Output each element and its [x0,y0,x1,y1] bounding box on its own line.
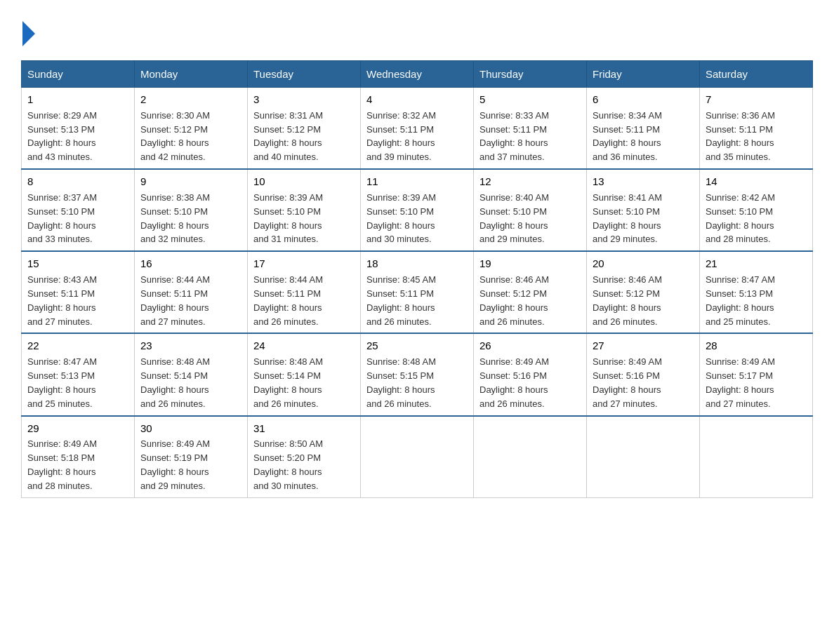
calendar-cell: 15Sunrise: 8:43 AMSunset: 5:11 PMDayligh… [22,251,135,333]
daylight-info-cont: and 26 minutes. [140,398,206,409]
sunrise-info: Sunrise: 8:47 AM [706,274,775,285]
sunrise-info: Sunrise: 8:48 AM [366,356,436,367]
calendar-cell: 11Sunrise: 8:39 AMSunset: 5:10 PMDayligh… [361,169,474,251]
sunset-info: Sunset: 5:14 PM [253,370,321,381]
logo-arrow-icon [22,21,35,46]
daylight-info: Daylight: 8 hours [593,302,661,313]
sunrise-info: Sunrise: 8:48 AM [253,356,323,367]
calendar-cell: 9Sunrise: 8:38 AMSunset: 5:10 PMDaylight… [135,169,248,251]
calendar-cell: 20Sunrise: 8:46 AMSunset: 5:12 PMDayligh… [587,251,700,333]
sunset-info: Sunset: 5:10 PM [479,206,547,217]
sunrise-info: Sunrise: 8:49 AM [140,438,210,449]
column-header-thursday: Thursday [474,61,587,88]
column-header-wednesday: Wednesday [361,61,474,88]
day-number: 17 [253,256,355,271]
sunrise-info: Sunrise: 8:39 AM [366,192,436,203]
day-number: 18 [366,256,468,271]
calendar-header-row: SundayMondayTuesdayWednesdayThursdayFrid… [22,61,813,88]
sunset-info: Sunset: 5:10 PM [253,206,321,217]
day-number: 24 [253,338,355,354]
daylight-info: Daylight: 8 hours [140,137,209,148]
calendar-cell: 2Sunrise: 8:30 AMSunset: 5:12 PMDaylight… [135,88,248,170]
daylight-info: Daylight: 8 hours [366,384,435,395]
calendar-cell: 1Sunrise: 8:29 AMSunset: 5:13 PMDaylight… [22,88,135,170]
day-number: 30 [140,421,241,436]
sunset-info: Sunset: 5:11 PM [366,288,434,299]
day-number: 11 [366,174,468,189]
column-header-tuesday: Tuesday [248,61,361,88]
calendar-cell: 6Sunrise: 8:34 AMSunset: 5:11 PMDaylight… [587,88,700,170]
sunrise-info: Sunrise: 8:44 AM [140,274,210,285]
day-number: 26 [479,338,581,354]
day-number: 15 [27,256,128,271]
calendar-cell: 3Sunrise: 8:31 AMSunset: 5:12 PMDaylight… [248,88,361,170]
daylight-info-cont: and 37 minutes. [479,152,545,162]
calendar-cell [361,416,474,498]
calendar-cell: 25Sunrise: 8:48 AMSunset: 5:15 PMDayligh… [361,333,474,415]
daylight-info: Daylight: 8 hours [253,384,322,395]
daylight-info-cont: and 29 minutes. [593,234,658,244]
sunrise-info: Sunrise: 8:46 AM [593,274,662,285]
day-number: 19 [479,256,581,271]
daylight-info-cont: and 26 minutes. [479,398,545,409]
calendar-cell: 10Sunrise: 8:39 AMSunset: 5:10 PMDayligh… [248,169,361,251]
daylight-info-cont: and 36 minutes. [593,152,658,162]
sunset-info: Sunset: 5:19 PM [140,452,208,463]
daylight-info: Daylight: 8 hours [706,384,774,395]
sunset-info: Sunset: 5:15 PM [366,370,434,381]
daylight-info: Daylight: 8 hours [27,137,96,148]
daylight-info-cont: and 26 minutes. [593,316,658,327]
calendar-table: SundayMondayTuesdayWednesdayThursdayFrid… [21,60,813,498]
daylight-info-cont: and 42 minutes. [140,152,206,162]
sunrise-info: Sunrise: 8:36 AM [706,110,775,121]
sunset-info: Sunset: 5:11 PM [479,124,547,135]
calendar-cell: 21Sunrise: 8:47 AMSunset: 5:13 PMDayligh… [700,251,813,333]
daylight-info-cont: and 32 minutes. [140,234,206,244]
calendar-cell: 12Sunrise: 8:40 AMSunset: 5:10 PMDayligh… [474,169,587,251]
calendar-cell [700,416,813,498]
calendar-cell: 8Sunrise: 8:37 AMSunset: 5:10 PMDaylight… [22,169,135,251]
daylight-info: Daylight: 8 hours [27,302,96,313]
daylight-info-cont: and 29 minutes. [140,481,206,491]
day-number: 5 [479,92,581,107]
calendar-cell: 4Sunrise: 8:32 AMSunset: 5:11 PMDaylight… [361,88,474,170]
daylight-info-cont: and 43 minutes. [27,152,93,162]
sunrise-info: Sunrise: 8:50 AM [253,438,323,449]
calendar-cell: 31Sunrise: 8:50 AMSunset: 5:20 PMDayligh… [248,416,361,498]
page-header [21,14,813,46]
daylight-info-cont: and 27 minutes. [27,316,93,327]
day-number: 16 [140,256,241,271]
sunrise-info: Sunrise: 8:49 AM [27,438,97,449]
sunset-info: Sunset: 5:13 PM [27,370,95,381]
column-header-monday: Monday [135,61,248,88]
calendar-week-row: 29Sunrise: 8:49 AMSunset: 5:18 PMDayligh… [22,416,813,498]
daylight-info-cont: and 27 minutes. [706,398,771,409]
day-number: 7 [706,92,807,107]
calendar-week-row: 8Sunrise: 8:37 AMSunset: 5:10 PMDaylight… [22,169,813,251]
daylight-info-cont: and 25 minutes. [706,316,771,327]
daylight-info: Daylight: 8 hours [706,137,774,148]
day-number: 27 [593,338,694,354]
daylight-info-cont: and 39 minutes. [366,152,432,162]
sunset-info: Sunset: 5:11 PM [140,288,208,299]
daylight-info-cont: and 31 minutes. [253,234,319,244]
calendar-week-row: 1Sunrise: 8:29 AMSunset: 5:13 PMDaylight… [22,88,813,170]
sunset-info: Sunset: 5:11 PM [593,124,660,135]
daylight-info: Daylight: 8 hours [253,220,322,231]
day-number: 12 [479,174,581,189]
sunrise-info: Sunrise: 8:29 AM [27,110,97,121]
sunset-info: Sunset: 5:10 PM [706,206,773,217]
calendar-cell: 28Sunrise: 8:49 AMSunset: 5:17 PMDayligh… [700,333,813,415]
sunset-info: Sunset: 5:10 PM [140,206,208,217]
sunrise-info: Sunrise: 8:30 AM [140,110,210,121]
sunrise-info: Sunrise: 8:49 AM [706,356,775,367]
calendar-cell: 23Sunrise: 8:48 AMSunset: 5:14 PMDayligh… [135,333,248,415]
day-number: 14 [706,174,807,189]
sunrise-info: Sunrise: 8:43 AM [27,274,97,285]
sunset-info: Sunset: 5:12 PM [140,124,208,135]
sunrise-info: Sunrise: 8:49 AM [593,356,662,367]
column-header-saturday: Saturday [700,61,813,88]
sunset-info: Sunset: 5:12 PM [253,124,321,135]
day-number: 10 [253,174,355,189]
daylight-info: Daylight: 8 hours [140,384,209,395]
